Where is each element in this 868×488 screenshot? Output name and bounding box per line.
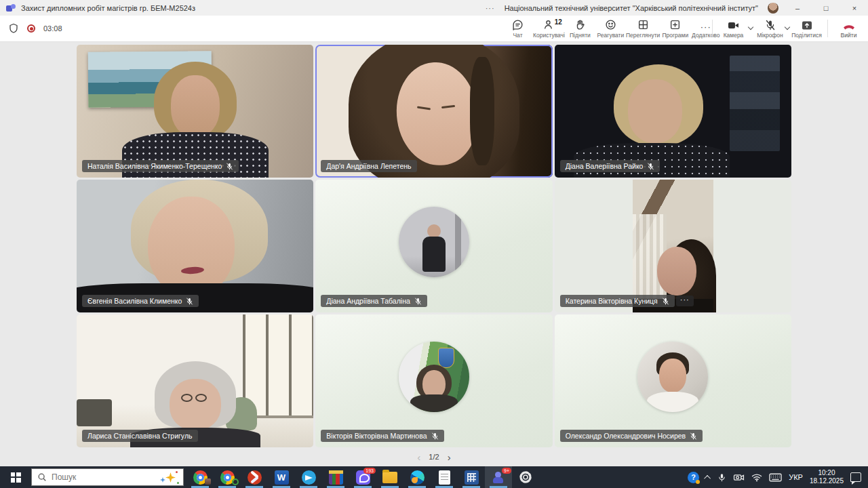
red-media-app-icon[interactable]: [241, 466, 268, 488]
name-label: Вікторія Вікторівна Мартинова: [321, 430, 443, 442]
camera-button[interactable]: Камера: [718, 16, 749, 41]
minimize-button[interactable]: –: [788, 0, 807, 16]
taskbar-apps: W 193 9+: [186, 466, 539, 488]
search-icon: [37, 472, 47, 482]
tile-yakymenko[interactable]: Наталія Василівна Якименко-Терещенко: [77, 45, 313, 178]
chat-icon: [512, 19, 524, 30]
chat-button[interactable]: Чат: [502, 16, 533, 41]
mic-muted-icon: [765, 19, 776, 30]
share-button[interactable]: Поділитися: [791, 16, 822, 41]
tray-clock[interactable]: 10:2018.12.2025: [810, 469, 844, 486]
chat-label: Чат: [513, 32, 522, 39]
participant-name: Олександр Олександрович Носирев: [566, 432, 686, 440]
tile-more-icon[interactable]: ···: [676, 296, 694, 306]
raise-hand-icon: [574, 19, 586, 30]
page-next-icon[interactable]: ›: [448, 451, 451, 463]
word-icon[interactable]: W: [268, 466, 295, 488]
help-tray-icon[interactable]: ?: [688, 472, 699, 483]
start-button[interactable]: [0, 466, 31, 488]
tile-kunytsia[interactable]: Катерина Вікторівна Куниця···: [555, 180, 791, 312]
tray-time: 10:20: [818, 469, 835, 476]
sofa: [77, 399, 112, 426]
search-input[interactable]: [52, 472, 133, 482]
microphone-chevron-down-icon[interactable]: [785, 24, 790, 30]
teams-logo-circle: [11, 4, 16, 9]
toolbar-divider: [827, 20, 828, 37]
tile-stryhul[interactable]: Лариса Станіславівна Стригуль: [77, 314, 313, 447]
camera-chevron-down-icon[interactable]: [748, 24, 753, 30]
tray-expand-chevron-icon[interactable]: [704, 474, 711, 481]
tile-raiko[interactable]: Діана Валеріївна Райко: [555, 45, 791, 178]
organization-title: Національний технічний університет "Харк…: [505, 4, 758, 12]
titlebar-more-icon[interactable]: ···: [486, 4, 495, 12]
monitor-glow: [730, 56, 779, 151]
react-button[interactable]: Реагувати: [595, 16, 626, 41]
tray-date: 18.12.2025: [810, 477, 844, 485]
teams-badge: 9+: [502, 468, 511, 474]
edge-icon[interactable]: [403, 466, 431, 488]
apps-button[interactable]: Програми: [660, 16, 690, 41]
file-explorer-icon[interactable]: [376, 466, 403, 488]
participant-name: Катерина Вікторівна Куниця: [566, 297, 658, 305]
chrome-icon[interactable]: [186, 466, 214, 488]
leave-button[interactable]: Вийти: [833, 16, 864, 41]
participant-name: Вікторія Вікторівна Мартинова: [326, 432, 427, 440]
chrome-green-ring-badge: [232, 479, 239, 485]
tray-camera-icon[interactable]: [733, 473, 745, 482]
participant-face: [171, 75, 220, 138]
city-emblem: [438, 348, 454, 368]
mic-muted-icon: [186, 298, 193, 305]
viber-icon[interactable]: 193: [349, 466, 376, 488]
tray-mic-icon[interactable]: [717, 472, 726, 483]
wifi-icon[interactable]: [751, 473, 762, 482]
grid-pagination: ‹ 1/2 ›: [0, 449, 868, 465]
leave-call-icon: [842, 19, 856, 30]
participant-face: [628, 79, 682, 143]
page-prev-icon[interactable]: ‹: [417, 451, 420, 463]
action-center-icon[interactable]: [850, 472, 861, 482]
viber-badge: 193: [363, 468, 376, 474]
camera-label: Камера: [724, 32, 744, 39]
tile-lepeten-active-speaker[interactable]: Дар'я Андріївна Лепетень: [315, 45, 552, 178]
maximize-button[interactable]: □: [816, 0, 835, 16]
tile-nosyrev[interactable]: Олександр Олександрович Носирев: [555, 314, 791, 447]
participant-face: [657, 247, 696, 296]
settings-gear-icon[interactable]: [512, 466, 539, 488]
view-button[interactable]: Переглянути: [626, 16, 660, 41]
mic-muted-icon: [414, 298, 422, 305]
tile-klymenko[interactable]: Євгенія Василівна Клименко: [77, 180, 313, 312]
system-tray: ? УКР 10:2018.12.2025: [688, 466, 868, 488]
tile-martynova[interactable]: Вікторія Вікторівна Мартинова: [315, 314, 552, 447]
chrome-profile-badge: [205, 479, 211, 485]
glasses: [181, 394, 207, 402]
meeting-timer: 03:08: [43, 24, 62, 33]
meeting-title: Захист дипломних робіт магістрів гр. БЕМ…: [21, 4, 195, 12]
close-button[interactable]: ×: [845, 0, 864, 16]
recording-indicator-icon: [27, 24, 35, 33]
avatar: [399, 342, 469, 412]
hair-strand: [470, 57, 494, 165]
raise-hand-button[interactable]: Підняти: [565, 16, 595, 41]
teams-taskbar-icon[interactable]: 9+: [485, 466, 512, 488]
search-highlights-sparkle-icon[interactable]: [160, 471, 179, 485]
avatar: [637, 342, 708, 412]
touch-keyboard-icon[interactable]: [769, 473, 782, 482]
chrome-profile-icon[interactable]: [214, 466, 241, 488]
leave-label: Вийти: [841, 32, 857, 39]
user-avatar[interactable]: [768, 3, 778, 14]
language-indicator[interactable]: УКР: [789, 473, 803, 481]
mic-muted-icon: [226, 163, 233, 170]
microphone-button[interactable]: Мікрофон: [755, 16, 785, 41]
taskbar-search[interactable]: [31, 468, 184, 486]
tile-tabalina[interactable]: Діана Андріївна Табаліна: [315, 180, 552, 312]
winrar-icon[interactable]: [322, 466, 349, 488]
avatar-shirt: [647, 392, 698, 412]
view-grid-icon: [637, 19, 649, 30]
calculator-icon[interactable]: [458, 466, 485, 488]
notepad-icon[interactable]: [431, 466, 458, 488]
windows-logo-icon: [11, 472, 21, 483]
shield-icon[interactable]: [8, 23, 19, 34]
telegram-icon[interactable]: [295, 466, 322, 488]
name-label: Діана Андріївна Табаліна: [321, 295, 427, 307]
participants-button[interactable]: 12 Користувачі: [533, 16, 565, 41]
